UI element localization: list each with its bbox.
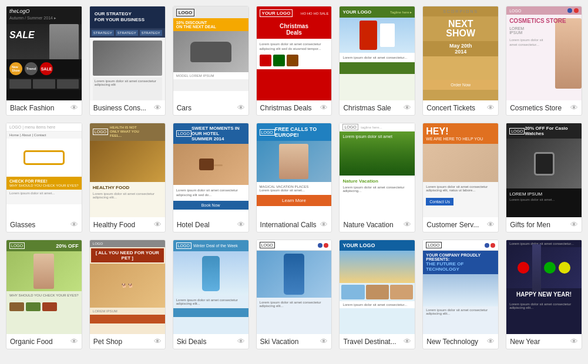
template-pet-shop[interactable]: LOGO [ ALL YOU NEED FOR YOUR PET ] 🐕 🐕 L… [89, 240, 166, 349]
template-label-business: Business Cons... [93, 104, 146, 112]
preview-icon-glasses[interactable]: 👁 [70, 220, 78, 229]
template-label-hotel-deal: Hotel Deal [177, 221, 210, 229]
template-ski-deals[interactable]: LOGO Winter Deal of the Week Lorem ipsum… [173, 240, 249, 349]
preview-icon-organic-food[interactable]: 👁 [70, 337, 78, 346]
preview-icon-business[interactable]: 👁 [154, 103, 162, 112]
preview-icon-christmas-deals[interactable]: 👁 [320, 103, 328, 112]
template-nature-vacation[interactable]: LOGO tagline here... Lorem ipsum dolor s… [339, 123, 415, 232]
template-label-christmas-deals: Christmas Deals [260, 104, 312, 112]
template-cosmetics-store[interactable]: LOGO COSMETICS STORE LOREMIPSUM Lorem ip… [506, 6, 582, 116]
preview-icon-ski-vacation[interactable]: 👁 [320, 337, 328, 346]
template-travel-destination[interactable]: YOUR LOGO Lorem ipsum dolor sit amet con… [339, 240, 415, 349]
template-glasses[interactable]: LOGO | menu items here Home | About | Co… [6, 123, 82, 232]
preview-icon-christmas-sale[interactable]: 👁 [404, 103, 411, 112]
template-christmas-sale[interactable]: YOUR LOGO Tagline here ▸ Lorem ipsum dol… [339, 6, 415, 116]
template-customer-service[interactable]: HEY! WE ARE HERE TO HELP YOU Lorem ipsum… [422, 123, 499, 232]
template-black-fashion[interactable]: theLogO Autumn / Summer 2014 ▸ SALE NewS… [6, 6, 82, 116]
preview-icon-concert-tickets[interactable]: 👁 [487, 103, 495, 112]
template-label-customer-service: Customer Serv... [426, 221, 479, 229]
template-label-nature-vacation: Nature Vacation [343, 221, 393, 229]
template-gifts-for-men[interactable]: LOGO 20% OFF For Casio Watches LOREM IPS… [506, 123, 582, 232]
preview-icon-nature-vacation[interactable]: 👁 [404, 220, 411, 229]
template-label-new-year: New Year [510, 338, 540, 346]
template-cars[interactable]: LOGO 10% DISCOUNTON THE NEXT DEAL MODEL … [173, 6, 249, 116]
template-label-christmas-sale: Christmas Sale [343, 104, 391, 112]
template-international-calls[interactable]: LOGO FREE CALLS TO EUROPE! MAGICAL VACAT… [256, 123, 332, 232]
template-label-ski-vacation: Ski Vacation [260, 338, 299, 346]
template-new-technology[interactable]: LOGO YOUR COMPANY PROUDLY PRESENTS: THE … [422, 240, 499, 349]
template-label-black-fashion: Black Fashion [10, 104, 54, 112]
template-new-year[interactable]: Lorem ipsum dolor sit amet consectetur..… [506, 240, 582, 349]
template-label-concert-tickets: Concert Tickets [426, 104, 475, 112]
template-ski-vacation[interactable]: LOGO Lorem ipsum dolor sit amet consecte… [256, 240, 332, 349]
preview-icon-black-fashion[interactable]: 👁 [70, 103, 78, 112]
preview-icon-healthy-food[interactable]: 👁 [154, 220, 162, 229]
template-grid: theLogO Autumn / Summer 2014 ▸ SALE NewS… [6, 6, 582, 349]
template-label-healthy-food: Healthy Food [93, 221, 135, 229]
preview-icon-pet-shop[interactable]: 👁 [154, 337, 162, 346]
preview-icon-new-year[interactable]: 👁 [570, 337, 578, 346]
preview-icon-gifts-for-men[interactable]: 👁 [570, 220, 578, 229]
template-concert-tickets[interactable]: SCORPIONS NEXTSHOW May 20th2014 Order No… [422, 6, 499, 116]
template-organic-food[interactable]: LOGO 20% OFF WHY SHOULD YOU CHECK YOUR E… [6, 240, 82, 349]
template-christmas-deals[interactable]: YOUR LOGO HO HO HO SALE ChristmasDeals L… [256, 6, 332, 116]
template-business[interactable]: OUR STRATEGYFOR YOUR BUSINESS STRATEGY S… [89, 6, 166, 116]
template-label-cars: Cars [177, 104, 191, 112]
template-label-new-technology: New Technology [426, 338, 478, 346]
template-label-travel-destination: Travel Destinat... [343, 338, 396, 346]
preview-icon-international-calls[interactable]: 👁 [320, 220, 328, 229]
template-label-pet-shop: Pet Shop [93, 338, 122, 346]
template-label-organic-food: Organic Food [10, 338, 53, 346]
template-label-glasses: Glasses [10, 221, 35, 229]
template-hotel-deal[interactable]: LOGO SWEET MOMENTS IN OUR HOTELSUMMER 20… [173, 123, 249, 232]
preview-icon-new-technology[interactable]: 👁 [487, 337, 495, 346]
template-label-ski-deals: Ski Deals [177, 338, 207, 346]
preview-icon-ski-deals[interactable]: 👁 [237, 337, 245, 346]
template-label-international-calls: International Calls [260, 221, 317, 229]
preview-icon-hotel-deal[interactable]: 👁 [237, 220, 245, 229]
preview-icon-cosmetics-store[interactable]: 👁 [570, 103, 578, 112]
preview-icon-cars[interactable]: 👁 [237, 103, 245, 112]
template-label-cosmetics-store: Cosmetics Store [510, 104, 562, 112]
preview-icon-customer-service[interactable]: 👁 [487, 220, 495, 229]
template-label-gifts-for-men: Gifts for Men [510, 221, 550, 229]
preview-icon-travel-destination[interactable]: 👁 [404, 337, 411, 346]
template-healthy-food[interactable]: LOGO HEALTH IS NOTONLY WHAT YOUFEEL... H… [89, 123, 166, 232]
